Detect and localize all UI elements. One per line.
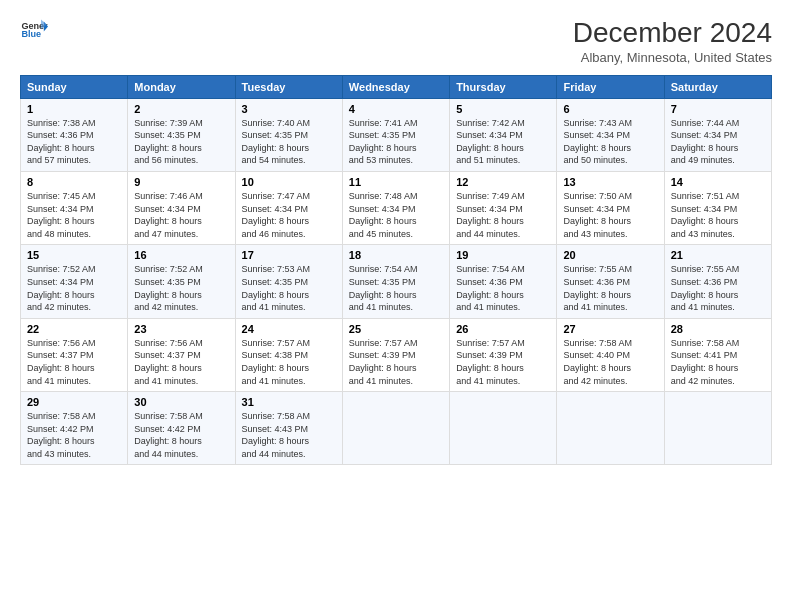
day-number: 26 xyxy=(456,323,550,335)
day-number: 6 xyxy=(563,103,657,115)
day-number: 29 xyxy=(27,396,121,408)
calendar-cell xyxy=(664,392,771,465)
day-number: 8 xyxy=(27,176,121,188)
calendar-cell: 27Sunrise: 7:58 AMSunset: 4:40 PMDayligh… xyxy=(557,318,664,391)
calendar-cell: 22Sunrise: 7:56 AMSunset: 4:37 PMDayligh… xyxy=(21,318,128,391)
day-number: 5 xyxy=(456,103,550,115)
col-friday: Friday xyxy=(557,75,664,98)
calendar-cell: 7Sunrise: 7:44 AMSunset: 4:34 PMDaylight… xyxy=(664,98,771,171)
day-number: 4 xyxy=(349,103,443,115)
day-number: 17 xyxy=(242,249,336,261)
title-block: December 2024 Albany, Minnesota, United … xyxy=(573,16,772,65)
calendar-week-3: 15Sunrise: 7:52 AMSunset: 4:34 PMDayligh… xyxy=(21,245,772,318)
calendar-cell: 26Sunrise: 7:57 AMSunset: 4:39 PMDayligh… xyxy=(450,318,557,391)
day-number: 9 xyxy=(134,176,228,188)
col-saturday: Saturday xyxy=(664,75,771,98)
calendar-cell: 1Sunrise: 7:38 AMSunset: 4:36 PMDaylight… xyxy=(21,98,128,171)
day-detail: Sunrise: 7:48 AMSunset: 4:34 PMDaylight:… xyxy=(349,191,418,239)
calendar-cell: 15Sunrise: 7:52 AMSunset: 4:34 PMDayligh… xyxy=(21,245,128,318)
day-detail: Sunrise: 7:38 AMSunset: 4:36 PMDaylight:… xyxy=(27,118,96,166)
day-detail: Sunrise: 7:54 AMSunset: 4:36 PMDaylight:… xyxy=(456,264,525,312)
calendar-cell: 6Sunrise: 7:43 AMSunset: 4:34 PMDaylight… xyxy=(557,98,664,171)
logo: General Blue xyxy=(20,16,48,44)
calendar-cell: 3Sunrise: 7:40 AMSunset: 4:35 PMDaylight… xyxy=(235,98,342,171)
day-detail: Sunrise: 7:46 AMSunset: 4:34 PMDaylight:… xyxy=(134,191,203,239)
calendar-cell xyxy=(557,392,664,465)
main-title: December 2024 xyxy=(573,16,772,50)
calendar-week-1: 1Sunrise: 7:38 AMSunset: 4:36 PMDaylight… xyxy=(21,98,772,171)
col-tuesday: Tuesday xyxy=(235,75,342,98)
header-row: Sunday Monday Tuesday Wednesday Thursday… xyxy=(21,75,772,98)
day-number: 7 xyxy=(671,103,765,115)
day-detail: Sunrise: 7:45 AMSunset: 4:34 PMDaylight:… xyxy=(27,191,96,239)
col-thursday: Thursday xyxy=(450,75,557,98)
day-detail: Sunrise: 7:54 AMSunset: 4:35 PMDaylight:… xyxy=(349,264,418,312)
day-number: 13 xyxy=(563,176,657,188)
day-number: 23 xyxy=(134,323,228,335)
day-number: 11 xyxy=(349,176,443,188)
day-number: 25 xyxy=(349,323,443,335)
day-number: 10 xyxy=(242,176,336,188)
day-number: 1 xyxy=(27,103,121,115)
calendar-cell: 31Sunrise: 7:58 AMSunset: 4:43 PMDayligh… xyxy=(235,392,342,465)
day-number: 22 xyxy=(27,323,121,335)
day-detail: Sunrise: 7:47 AMSunset: 4:34 PMDaylight:… xyxy=(242,191,311,239)
page-header: General Blue December 2024 Albany, Minne… xyxy=(20,16,772,65)
svg-text:Blue: Blue xyxy=(21,29,41,39)
col-sunday: Sunday xyxy=(21,75,128,98)
calendar-cell: 11Sunrise: 7:48 AMSunset: 4:34 PMDayligh… xyxy=(342,171,449,244)
calendar-table: Sunday Monday Tuesday Wednesday Thursday… xyxy=(20,75,772,466)
calendar-cell: 23Sunrise: 7:56 AMSunset: 4:37 PMDayligh… xyxy=(128,318,235,391)
day-detail: Sunrise: 7:52 AMSunset: 4:34 PMDaylight:… xyxy=(27,264,96,312)
day-detail: Sunrise: 7:58 AMSunset: 4:41 PMDaylight:… xyxy=(671,338,740,386)
calendar-cell: 20Sunrise: 7:55 AMSunset: 4:36 PMDayligh… xyxy=(557,245,664,318)
day-detail: Sunrise: 7:58 AMSunset: 4:43 PMDaylight:… xyxy=(242,411,311,459)
calendar-week-2: 8Sunrise: 7:45 AMSunset: 4:34 PMDaylight… xyxy=(21,171,772,244)
calendar-cell: 8Sunrise: 7:45 AMSunset: 4:34 PMDaylight… xyxy=(21,171,128,244)
day-number: 31 xyxy=(242,396,336,408)
day-detail: Sunrise: 7:49 AMSunset: 4:34 PMDaylight:… xyxy=(456,191,525,239)
calendar-cell: 2Sunrise: 7:39 AMSunset: 4:35 PMDaylight… xyxy=(128,98,235,171)
day-number: 24 xyxy=(242,323,336,335)
calendar-cell: 5Sunrise: 7:42 AMSunset: 4:34 PMDaylight… xyxy=(450,98,557,171)
calendar-week-4: 22Sunrise: 7:56 AMSunset: 4:37 PMDayligh… xyxy=(21,318,772,391)
day-detail: Sunrise: 7:57 AMSunset: 4:38 PMDaylight:… xyxy=(242,338,311,386)
day-detail: Sunrise: 7:56 AMSunset: 4:37 PMDaylight:… xyxy=(27,338,96,386)
logo-icon: General Blue xyxy=(20,16,48,44)
calendar-cell: 25Sunrise: 7:57 AMSunset: 4:39 PMDayligh… xyxy=(342,318,449,391)
day-detail: Sunrise: 7:58 AMSunset: 4:40 PMDaylight:… xyxy=(563,338,632,386)
calendar-week-5: 29Sunrise: 7:58 AMSunset: 4:42 PMDayligh… xyxy=(21,392,772,465)
day-number: 15 xyxy=(27,249,121,261)
calendar-cell: 10Sunrise: 7:47 AMSunset: 4:34 PMDayligh… xyxy=(235,171,342,244)
day-number: 20 xyxy=(563,249,657,261)
day-detail: Sunrise: 7:42 AMSunset: 4:34 PMDaylight:… xyxy=(456,118,525,166)
calendar-cell: 13Sunrise: 7:50 AMSunset: 4:34 PMDayligh… xyxy=(557,171,664,244)
day-number: 12 xyxy=(456,176,550,188)
day-detail: Sunrise: 7:57 AMSunset: 4:39 PMDaylight:… xyxy=(349,338,418,386)
calendar-cell: 18Sunrise: 7:54 AMSunset: 4:35 PMDayligh… xyxy=(342,245,449,318)
day-detail: Sunrise: 7:56 AMSunset: 4:37 PMDaylight:… xyxy=(134,338,203,386)
day-detail: Sunrise: 7:55 AMSunset: 4:36 PMDaylight:… xyxy=(563,264,632,312)
calendar-cell: 29Sunrise: 7:58 AMSunset: 4:42 PMDayligh… xyxy=(21,392,128,465)
calendar-cell: 16Sunrise: 7:52 AMSunset: 4:35 PMDayligh… xyxy=(128,245,235,318)
day-detail: Sunrise: 7:52 AMSunset: 4:35 PMDaylight:… xyxy=(134,264,203,312)
calendar-cell: 19Sunrise: 7:54 AMSunset: 4:36 PMDayligh… xyxy=(450,245,557,318)
day-number: 3 xyxy=(242,103,336,115)
calendar-cell xyxy=(342,392,449,465)
calendar-cell: 9Sunrise: 7:46 AMSunset: 4:34 PMDaylight… xyxy=(128,171,235,244)
day-number: 21 xyxy=(671,249,765,261)
day-detail: Sunrise: 7:55 AMSunset: 4:36 PMDaylight:… xyxy=(671,264,740,312)
subtitle: Albany, Minnesota, United States xyxy=(573,50,772,65)
day-number: 2 xyxy=(134,103,228,115)
day-number: 19 xyxy=(456,249,550,261)
calendar-cell: 28Sunrise: 7:58 AMSunset: 4:41 PMDayligh… xyxy=(664,318,771,391)
day-detail: Sunrise: 7:57 AMSunset: 4:39 PMDaylight:… xyxy=(456,338,525,386)
calendar-cell: 4Sunrise: 7:41 AMSunset: 4:35 PMDaylight… xyxy=(342,98,449,171)
day-detail: Sunrise: 7:50 AMSunset: 4:34 PMDaylight:… xyxy=(563,191,632,239)
day-detail: Sunrise: 7:39 AMSunset: 4:35 PMDaylight:… xyxy=(134,118,203,166)
calendar-cell: 12Sunrise: 7:49 AMSunset: 4:34 PMDayligh… xyxy=(450,171,557,244)
day-number: 27 xyxy=(563,323,657,335)
day-number: 14 xyxy=(671,176,765,188)
day-number: 30 xyxy=(134,396,228,408)
calendar-cell: 17Sunrise: 7:53 AMSunset: 4:35 PMDayligh… xyxy=(235,245,342,318)
